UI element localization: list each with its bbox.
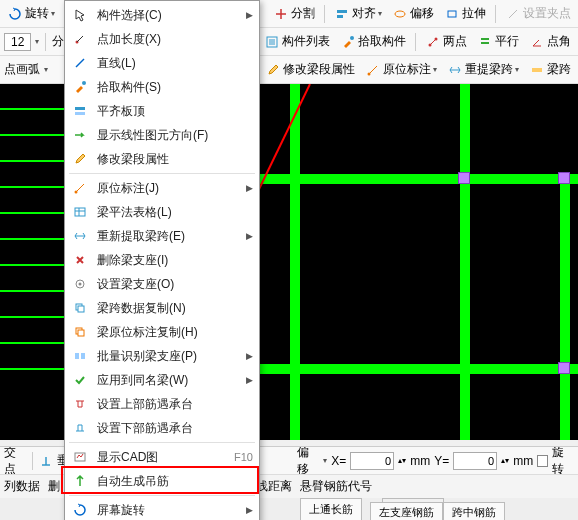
del-icon	[71, 251, 89, 269]
align-icon	[334, 6, 350, 22]
jd-btn[interactable]: 交点	[4, 446, 26, 474]
svg-point-13	[82, 81, 86, 85]
ptlen-icon	[71, 30, 89, 48]
svg-rect-15	[75, 112, 85, 115]
menu-item-label: 原位标注(J)	[97, 180, 238, 197]
menu-item-label: 自动生成吊筋	[97, 473, 253, 490]
menu-item-4[interactable]: 平齐板顶	[65, 99, 259, 123]
rotate-cb-label: 旋转	[552, 446, 574, 474]
y-input[interactable]	[453, 452, 497, 470]
modseg-btn[interactable]: 修改梁段属性	[262, 60, 358, 79]
table-icon	[71, 203, 89, 221]
grip-icon	[505, 6, 521, 22]
x-input[interactable]	[350, 452, 394, 470]
align-icon	[71, 102, 89, 120]
menu-item-label: 设置下部筋遇承台	[97, 420, 253, 437]
eyedrop-icon	[71, 78, 89, 96]
edit-icon	[71, 150, 89, 168]
x-label: X=	[331, 454, 346, 468]
submenu-arrow-icon: ▶	[246, 183, 253, 193]
menu-item-16[interactable]: 应用到同名梁(W)▶	[65, 368, 259, 392]
pick-btn[interactable]: 拾取构件	[337, 32, 409, 51]
beamend-btn[interactable]: 梁跨	[526, 60, 574, 79]
rotate-checkbox[interactable]	[537, 455, 548, 467]
apply-icon	[71, 371, 89, 389]
set-icon	[71, 275, 89, 293]
svg-rect-23	[78, 330, 84, 336]
menu-item-1[interactable]: 点加长度(X)	[65, 27, 259, 51]
menu-item-label: 批量识别梁支座(P)	[97, 348, 238, 365]
mark-icon	[365, 62, 381, 78]
svg-rect-1	[337, 15, 343, 18]
arc-label[interactable]: 点画弧	[4, 61, 40, 78]
svg-rect-24	[75, 353, 79, 359]
tab-kuazhong[interactable]: 跨中钢筋	[443, 502, 505, 520]
del-label[interactable]: 删	[48, 478, 60, 495]
twopt-btn[interactable]: 两点	[422, 32, 470, 51]
top-icon	[71, 395, 89, 413]
stretch-tool[interactable]: 拉伸	[441, 4, 489, 23]
menu-item-20[interactable]: 显示CAD图F10	[65, 445, 259, 469]
svg-rect-9	[532, 68, 542, 72]
menu-item-label: 梁原位标注复制(H)	[97, 324, 253, 341]
menu-item-label: 屏幕旋转	[97, 502, 238, 519]
left-canvas-strip	[0, 84, 64, 440]
menu-item-label: 显示线性图元方向(F)	[97, 127, 253, 144]
setgrip-tool[interactable]: 设置夹点	[502, 4, 574, 23]
cursor-icon	[71, 6, 89, 24]
auto-icon	[71, 472, 89, 490]
origmark-btn[interactable]: 原位标注▾	[362, 60, 440, 79]
svg-point-16	[75, 191, 78, 194]
context-menu: 构件选择(C)▶点加长度(X)直线(L)拾取构件(S)平齐板顶显示线性图元方向(…	[64, 0, 260, 520]
menu-item-11[interactable]: 删除梁支座(I)	[65, 248, 259, 272]
align-tool[interactable]: 对齐▾	[331, 4, 385, 23]
edit-icon	[265, 62, 281, 78]
respan-btn[interactable]: 重提梁跨▾	[444, 60, 522, 79]
menu-item-label: 直线(L)	[97, 55, 253, 72]
respan-icon	[71, 227, 89, 245]
menu-item-17[interactable]: 设置上部筋遇承台	[65, 392, 259, 416]
rotate-tool[interactable]: 旋转▾	[4, 4, 58, 23]
menu-item-13[interactable]: 梁跨数据复制(N)	[65, 296, 259, 320]
menu-item-15[interactable]: 批量识别梁支座(P)▶	[65, 344, 259, 368]
menu-item-2[interactable]: 直线(L)	[65, 51, 259, 75]
rotate-label: 旋转	[25, 5, 49, 22]
coldata-label[interactable]: 列数据	[4, 478, 40, 495]
menu-item-21[interactable]: 自动生成吊筋	[65, 469, 259, 493]
rotate-icon	[7, 6, 23, 22]
tab-zuozhi[interactable]: 左支座钢筋	[370, 502, 443, 520]
menu-item-14[interactable]: 梁原位标注复制(H)	[65, 320, 259, 344]
offset-tool[interactable]: 偏移	[389, 4, 437, 23]
menu-item-12[interactable]: 设置梁支座(O)	[65, 272, 259, 296]
svg-rect-0	[337, 10, 347, 13]
svg-point-19	[79, 283, 82, 286]
menu-item-label: 拾取构件(S)	[97, 79, 253, 96]
menu-item-0[interactable]: 构件选择(C)▶	[65, 3, 259, 27]
eyedrop-icon	[340, 34, 356, 50]
perp-icon[interactable]	[39, 453, 54, 469]
angle-icon	[529, 34, 545, 50]
drawing-canvas[interactable]	[260, 84, 578, 440]
menu-item-5[interactable]: 显示线性图元方向(F)	[65, 123, 259, 147]
svg-rect-25	[81, 353, 85, 359]
menu-item-9[interactable]: 梁平法表格(L)	[65, 200, 259, 224]
menu-item-8[interactable]: 原位标注(J)▶	[65, 176, 259, 200]
menu-item-23[interactable]: 屏幕旋转▶	[65, 498, 259, 520]
menu-item-label: 重新提取梁跨(E)	[97, 228, 238, 245]
svg-rect-17	[75, 208, 85, 216]
pianyi-label: 偏移	[297, 446, 319, 474]
parallel-btn[interactable]: 平行	[474, 32, 522, 51]
ptangle-btn[interactable]: 点角	[526, 32, 574, 51]
complist-btn[interactable]: 构件列表	[261, 32, 333, 51]
menu-item-18[interactable]: 设置下部筋遇承台	[65, 416, 259, 440]
list-icon	[264, 34, 280, 50]
menu-item-10[interactable]: 重新提取梁跨(E)▶	[65, 224, 259, 248]
menu-item-6[interactable]: 修改梁段属性	[65, 147, 259, 171]
stretch-icon	[444, 6, 460, 22]
menu-item-label: 删除梁支座(I)	[97, 252, 253, 269]
split-tool[interactable]: 分割	[270, 4, 318, 23]
menu-item-3[interactable]: 拾取构件(S)	[65, 75, 259, 99]
num-field[interactable]: 12	[4, 33, 31, 51]
svg-rect-21	[78, 306, 84, 312]
tab-tongchang[interactable]: 上通长筋	[300, 498, 362, 520]
